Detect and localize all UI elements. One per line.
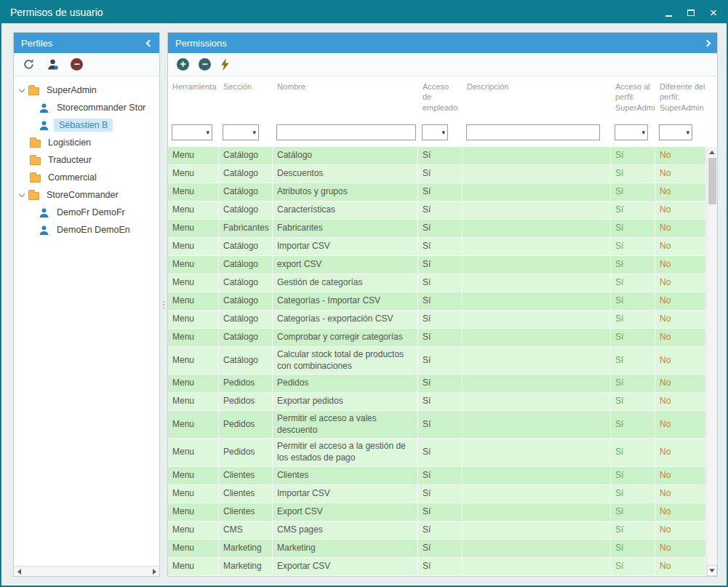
column-header-nombre[interactable]: Nombre bbox=[273, 76, 418, 123]
table-row[interactable]: MenuCatálogoCategorías - exportación CSV… bbox=[168, 311, 706, 329]
scroll-down-icon[interactable] bbox=[707, 565, 717, 576]
cell-profile_access: Sí bbox=[611, 439, 655, 466]
column-header-acceso-empleado[interactable]: Acceso de empleado bbox=[418, 76, 463, 123]
column-header-herramienta[interactable]: Herramienta bbox=[168, 76, 219, 123]
cell-access: Sí bbox=[418, 220, 463, 237]
collapse-panel-icon[interactable] bbox=[146, 39, 153, 47]
tree-user[interactable]: Sébastien B bbox=[14, 116, 159, 134]
copy-profile-icon[interactable] bbox=[47, 58, 59, 71]
chevron-down-icon: ▾ bbox=[441, 129, 445, 136]
minimize-icon[interactable] bbox=[663, 7, 674, 18]
table-row[interactable]: MenuClientesClientesSíSíNo bbox=[168, 467, 706, 485]
chevron-down-icon: ▾ bbox=[252, 129, 256, 136]
panel-splitter[interactable]: ⋮ bbox=[160, 32, 167, 577]
cell-section: Catálogo bbox=[219, 256, 273, 273]
tree-folder[interactable]: Traducteur bbox=[14, 151, 159, 169]
cell-section: Pedidos bbox=[219, 393, 273, 410]
chevron-down-icon[interactable] bbox=[19, 86, 25, 92]
chevron-down-icon: ▾ bbox=[641, 129, 645, 136]
filter-descripcion-input[interactable] bbox=[466, 124, 600, 140]
cell-name: Atributos y grupos bbox=[273, 183, 418, 201]
tree-user[interactable]: DemoFr DemoFr bbox=[14, 204, 159, 221]
lightning-icon[interactable] bbox=[220, 58, 230, 71]
table-row[interactable]: MenuMarketingExportar CSVSíSíNo bbox=[168, 558, 706, 576]
filter-seccion-select[interactable]: ▾ bbox=[223, 124, 259, 140]
cell-different: No bbox=[655, 503, 706, 521]
close-icon[interactable]: × bbox=[708, 7, 719, 18]
table-row[interactable]: MenuCatálogoDescuentosSíSíNo bbox=[168, 165, 706, 183]
cell-description bbox=[463, 393, 611, 410]
table-row[interactable]: MenuCatálogoAtributos y gruposSíSíNo bbox=[168, 183, 706, 201]
filter-acceso-select[interactable]: ▾ bbox=[422, 124, 448, 140]
scrollbar-thumb[interactable] bbox=[708, 158, 716, 204]
table-row[interactable]: MenuCMSCMS pagesSíSíNo bbox=[168, 522, 706, 540]
table-row[interactable]: MenuCatálogoCatálogoSíSíNo bbox=[168, 147, 706, 165]
user-icon bbox=[39, 120, 49, 131]
filter-perfil-select[interactable]: ▾ bbox=[615, 124, 648, 140]
remove-icon[interactable]: − bbox=[199, 58, 211, 71]
table-row[interactable]: MenuCatálogoCategorías - Importar CSVSíS… bbox=[168, 292, 706, 311]
filter-diferente-select[interactable]: ▾ bbox=[659, 124, 692, 140]
cell-tool: Menu bbox=[168, 439, 219, 466]
table-row[interactable]: MenuClientesImportar CSVSíSíNo bbox=[168, 485, 706, 503]
scroll-right-icon[interactable] bbox=[149, 567, 159, 577]
user-icon bbox=[39, 207, 49, 218]
horizontal-scroll-track[interactable] bbox=[24, 567, 149, 576]
table-row[interactable]: MenuCatálogoGestión de categoríasSíSíNo bbox=[168, 274, 706, 292]
chevron-down-icon[interactable] bbox=[19, 191, 25, 196]
filter-herramienta-select[interactable]: ▾ bbox=[172, 124, 212, 140]
cell-profile_access: Sí bbox=[611, 238, 655, 255]
cell-name: Descuentos bbox=[273, 165, 418, 183]
scroll-left-icon[interactable] bbox=[14, 567, 24, 577]
cell-profile_access: Sí bbox=[611, 540, 655, 557]
cell-section: Clientes bbox=[219, 503, 273, 521]
table-row[interactable]: MenuPedidosPermitir el acceso a vales de… bbox=[168, 411, 706, 439]
maximize-icon[interactable] bbox=[685, 7, 697, 18]
cell-section: Catálogo bbox=[219, 165, 273, 183]
column-header-diferente-perfil[interactable]: Diferente del perfil: SuperAdmin bbox=[655, 76, 717, 123]
table-row[interactable]: MenuCatálogoImportar CSVSíSíNo bbox=[168, 238, 706, 256]
refresh-icon[interactable] bbox=[23, 58, 35, 71]
vertical-scrollbar[interactable] bbox=[706, 147, 717, 576]
cell-profile_access: Sí bbox=[611, 375, 655, 392]
cell-access: Sí bbox=[418, 274, 463, 292]
tree-folder[interactable]: StoreCommander bbox=[14, 186, 159, 204]
table-row[interactable]: MenuCatálogoComprobar y corregir categor… bbox=[168, 329, 706, 347]
tree-folder[interactable]: Commercial bbox=[14, 169, 159, 186]
tree-user[interactable]: DemoEn DemoEn bbox=[14, 221, 159, 239]
cell-name: Pedidos bbox=[273, 375, 418, 392]
column-header-acceso-perfil[interactable]: Acceso al perfil: SuperAdmin bbox=[611, 76, 655, 123]
table-row[interactable]: MenuFabricantesFabricantesSíSíNo bbox=[168, 220, 706, 238]
chevron-down-icon: ▾ bbox=[686, 129, 689, 136]
cell-name: Gestión de categorías bbox=[273, 274, 418, 292]
column-header-seccion[interactable]: Sección bbox=[219, 76, 273, 123]
table-row[interactable]: MenuCatálogoexport CSVSíSíNo bbox=[168, 256, 706, 274]
cell-description bbox=[463, 503, 611, 521]
tree-folder[interactable]: SuperAdmin bbox=[14, 81, 159, 99]
table-row[interactable]: MenuMarketingMarketingSíSíNo bbox=[168, 540, 706, 558]
cell-tool: Menu bbox=[168, 522, 219, 539]
tree-user[interactable]: Storecommander Stor bbox=[14, 99, 159, 116]
tree-folder-label: Traducteur bbox=[45, 153, 95, 167]
table-row[interactable]: MenuCatálogoCaracterísticasSíSíNo bbox=[168, 201, 706, 220]
table-row[interactable]: MenuPedidosExportar pedidosSíSíNo bbox=[168, 393, 706, 411]
add-icon[interactable]: + bbox=[177, 58, 189, 71]
cell-tool: Menu bbox=[168, 503, 219, 521]
table-row[interactable]: MenuClientesExport CSVSíSíNo bbox=[168, 503, 706, 522]
table-row[interactable]: MenuCatálogoCalcular stock total de prod… bbox=[168, 347, 706, 375]
cell-profile_access: Sí bbox=[611, 165, 655, 183]
remove-profile-icon[interactable]: − bbox=[71, 58, 83, 71]
cell-description bbox=[463, 311, 611, 328]
table-row[interactable]: MenuPedidosPedidosSíSíNo bbox=[168, 375, 706, 393]
filter-nombre-input[interactable] bbox=[276, 124, 416, 140]
cell-different: No bbox=[655, 347, 706, 374]
cell-name: Importar CSV bbox=[273, 238, 418, 255]
expand-panel-icon[interactable] bbox=[704, 39, 711, 47]
cell-name: Importar CSV bbox=[273, 485, 418, 503]
scroll-up-icon[interactable] bbox=[707, 147, 717, 158]
tree-folder[interactable]: Logisticien bbox=[14, 134, 159, 151]
permissions-rows: MenuCatálogoCatálogoSíSíNoMenuCatálogoDe… bbox=[168, 147, 706, 576]
table-row[interactable]: MenuPedidosPermitir el acceso a la gesti… bbox=[168, 439, 706, 466]
horizontal-scrollbar[interactable] bbox=[14, 566, 159, 576]
column-header-descripcion[interactable]: Descripción bbox=[463, 76, 611, 123]
